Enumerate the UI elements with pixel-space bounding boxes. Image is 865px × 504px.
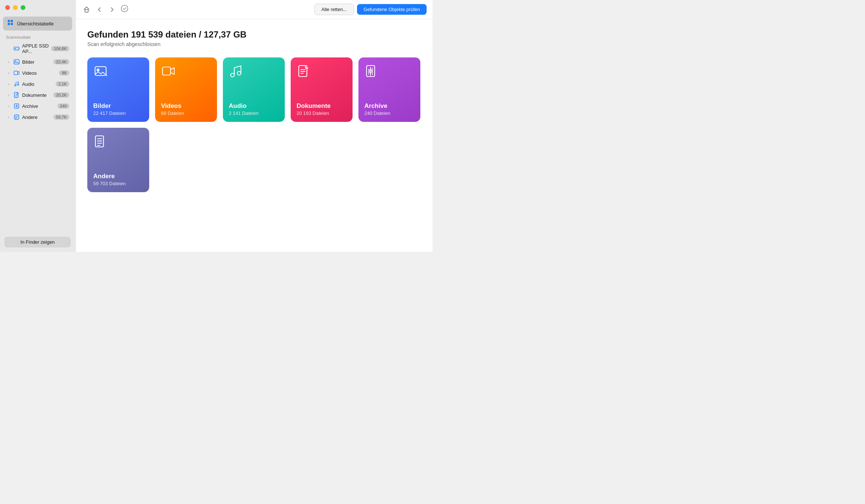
document-icon [13,92,20,98]
bilder-card-count: 22 417 Dateien [93,110,143,116]
svg-point-30 [237,71,241,75]
image-icon [13,59,20,65]
svg-point-10 [15,85,16,86]
archive-card-name: Archive [364,102,414,110]
dokumente-card-icon [297,64,311,79]
forward-button[interactable] [107,6,117,14]
svg-point-11 [17,84,19,85]
videos-card-icon [161,64,176,79]
svg-rect-7 [14,60,19,64]
archive-icon [13,103,20,109]
sidebar-badge-andere: 59,7K [53,114,69,120]
audio-card-count: 2 141 Dateien [229,110,279,116]
sidebar-item-label-apple-ssd: APPLE SSD AP... [22,43,51,54]
svg-rect-1 [11,20,13,22]
sidebar-item-apple-ssd[interactable]: APPLE SSD AP... 104,8K [2,41,73,56]
sidebar-badge-audio: 2,1K [56,81,69,87]
svg-rect-24 [85,10,88,12]
card-videos[interactable]: Videos 88 Dateien [155,57,217,122]
archive-card-icon [364,64,379,79]
svg-point-6 [18,48,18,49]
overview-button[interactable]: Übersichtstabelle [3,17,72,31]
sidebar-item-label-audio: Audio [22,81,56,87]
chevron-videos: › [8,71,12,75]
sidebar-badge-archive: 240 [57,103,69,109]
audio-card-name: Audio [229,102,279,110]
sidebar-item-label-archive: Archive [22,103,57,109]
drive-icon [13,45,20,52]
card-andere[interactable]: Andere 59 703 Dateien [87,128,149,192]
videos-card-name: Videos [161,102,211,110]
dokumente-card-count: 20 193 Dateien [297,110,347,116]
svg-point-8 [15,61,16,62]
audio-card-icon [229,64,244,79]
chevron-archive: › [8,104,12,108]
sidebar: Übersichtstabelle Scanresultate APPLE SS… [0,0,76,252]
dokumente-card-name: Dokumente [297,102,347,110]
card-archive[interactable]: Archive 240 Dateien [358,57,420,122]
card-audio[interactable]: Audio 2 141 Dateien [223,57,285,122]
svg-rect-3 [11,23,13,25]
andere-card-count: 59 703 Dateien [93,181,143,186]
cards-grid: Bilder 22 417 Dateien Videos 88 Dateien [87,57,421,192]
page-subtitle: Scan erfolgreich abgeschlossen [87,41,421,47]
maximize-button[interactable] [21,5,25,10]
sidebar-item-videos[interactable]: › Videos 88 [2,68,73,78]
grid-icon [7,20,14,28]
window-controls [0,0,75,14]
svg-point-29 [231,73,234,77]
sidebar-badge-bilder: 22,4K [53,59,69,64]
gefundene-objekte-button[interactable]: Gefundene Objekte prüfen [357,4,427,15]
sidebar-item-audio[interactable]: › Audio 2,1K [2,79,73,89]
card-bilder[interactable]: Bilder 22 417 Dateien [87,57,149,122]
video-icon [13,70,20,76]
back-button[interactable] [95,6,104,14]
andere-card-name: Andere [93,173,143,180]
sidebar-bottom: In Finder zeigen [0,232,75,252]
svg-rect-28 [162,67,171,75]
other-icon [13,114,20,120]
svg-rect-9 [14,71,18,75]
check-icon [120,4,129,14]
chevron-andere: › [8,115,12,119]
svg-point-27 [97,68,99,71]
svg-rect-2 [8,23,10,25]
chevron-bilder: › [8,60,12,64]
page-title: Gefunden 191 539 dateien / 127,37 GB [87,29,421,40]
home-button[interactable] [81,4,92,15]
sidebar-item-archive[interactable]: › Archive 240 [2,101,73,111]
toolbar: Alle retten... Gefundene Objekte prüfen [76,0,432,19]
overview-label: Übersichtstabelle [17,21,54,27]
minimize-button[interactable] [13,5,18,10]
svg-rect-0 [8,20,10,22]
sidebar-item-label-andere: Andere [22,114,53,120]
chevron-dokumente: › [8,93,12,97]
content-area: Gefunden 191 539 dateien / 127,37 GB Sca… [76,19,432,252]
chevron-audio: › [8,82,12,86]
sidebar-item-bilder[interactable]: › Bilder 22,4K [2,57,73,67]
main-content: Alle retten... Gefundene Objekte prüfen … [76,0,432,252]
section-label: Scanresultate [0,32,75,41]
sidebar-item-andere[interactable]: › Andere 59,7K [2,112,73,122]
svg-point-25 [121,5,128,12]
sidebar-badge-apple-ssd: 104,8K [51,46,69,51]
sidebar-badge-dokumente: 20,2K [53,92,69,98]
svg-rect-5 [15,48,16,49]
bilder-card-icon [93,64,108,79]
audio-icon [13,81,20,87]
finder-button[interactable]: In Finder zeigen [4,237,71,247]
alle-retten-button[interactable]: Alle retten... [314,4,354,15]
sidebar-item-label-bilder: Bilder [22,59,53,65]
sidebar-item-dokumente[interactable]: › Dokumente 20,2K [2,90,73,100]
card-dokumente[interactable]: Dokumente 20 193 Dateien [291,57,353,122]
bilder-card-name: Bilder [93,102,143,110]
sidebar-item-label-dokumente: Dokumente [22,92,53,98]
andere-card-icon [93,134,108,149]
sidebar-item-label-videos: Videos [22,70,59,76]
videos-card-count: 88 Dateien [161,110,211,116]
archive-card-count: 240 Dateien [364,110,414,116]
sidebar-badge-videos: 88 [59,70,69,75]
close-button[interactable] [5,5,10,10]
